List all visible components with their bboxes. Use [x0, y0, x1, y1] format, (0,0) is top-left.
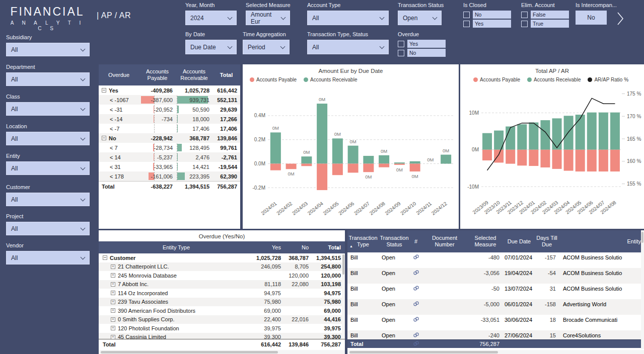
bar-accounts-payable[interactable]	[540, 150, 550, 167]
table-row[interactable]: < 14-5,2372,476-2,761	[99, 152, 240, 162]
filter-dropdown[interactable]: All	[6, 193, 90, 206]
bar-accounts-payable[interactable]	[317, 164, 327, 191]
filter-dropdown[interactable]: Period	[243, 40, 290, 54]
bar-accounts-receivable[interactable]	[410, 161, 420, 164]
bar-accounts-payable[interactable]	[348, 164, 359, 173]
table-row[interactable]: < -717,40617,406	[99, 124, 240, 133]
bar-accounts-receivable[interactable]	[379, 155, 389, 164]
filter-dropdown[interactable]: All	[6, 132, 90, 145]
bar-accounts-payable[interactable]	[576, 150, 585, 171]
bar-accounts-payable[interactable]	[363, 164, 374, 172]
table-row[interactable]: BillOpen-48007/01/2024-157ACOM Business …	[347, 252, 644, 268]
bar-accounts-payable[interactable]	[482, 150, 492, 160]
link-icon[interactable]	[410, 252, 422, 260]
bar-accounts-receivable[interactable]	[610, 113, 620, 150]
column-header[interactable]: Overdue	[99, 72, 139, 78]
column-header-transaction-type[interactable]: Transaction Type▲	[347, 234, 379, 249]
table-row[interactable]: < -31-20,95250,59029,639	[99, 105, 240, 114]
option-label[interactable]: Yes	[473, 20, 511, 28]
expand-icon[interactable]: +	[111, 317, 115, 322]
bar-accounts-receivable[interactable]	[552, 118, 562, 149]
link-icon[interactable]	[410, 340, 422, 348]
expand-icon[interactable]: +	[111, 335, 115, 339]
vertical-scrollbar[interactable]	[641, 230, 644, 349]
column-header-days-till-due[interactable]: Days Till Due	[535, 234, 559, 249]
table-row[interactable]: BillOpen-5013/07/202431ACOM Business Sol…	[347, 284, 644, 299]
bar-accounts-receivable[interactable]	[348, 146, 359, 164]
checkbox-no[interactable]	[398, 50, 404, 56]
expand-icon[interactable]: +	[111, 291, 115, 295]
table-row[interactable]: < 178-161,006223,39562,390	[99, 171, 240, 181]
table-row[interactable]: < 31-33,96514,421-19,544	[99, 162, 240, 171]
table-row[interactable]: −Yes-409,2861,025,728616,442	[99, 85, 240, 95]
bar-accounts-payable[interactable]	[529, 150, 538, 166]
column-header[interactable]: Accounts Payable	[139, 68, 176, 81]
table-row[interactable]: BillOpen-24027/06/202415Core4Solutions	[347, 330, 644, 339]
column-header-selected-measure[interactable]: Selected Measure	[467, 234, 504, 249]
bar-accounts-receivable[interactable]	[587, 113, 597, 150]
bar-accounts-payable[interactable]	[610, 150, 620, 171]
link-icon[interactable]	[410, 268, 422, 276]
bar-accounts-receivable[interactable]	[441, 155, 451, 164]
bar-accounts-receivable[interactable]	[540, 120, 550, 150]
bar-accounts-receivable[interactable]	[529, 122, 538, 149]
filter-dropdown[interactable]: All	[6, 161, 90, 175]
column-header-no[interactable]: No	[285, 244, 313, 250]
bar-accounts-payable[interactable]	[552, 150, 562, 169]
filter-dropdown[interactable]: All	[6, 102, 90, 116]
bar-accounts-receivable[interactable]	[301, 156, 312, 163]
bar-accounts-receivable[interactable]	[270, 132, 281, 163]
filter-dropdown[interactable]: Open	[398, 11, 442, 25]
option-label[interactable]: No	[473, 11, 511, 19]
column-header[interactable]: Accounts Receivable	[176, 68, 212, 81]
table-row[interactable]: +21 Chatterpoint LLC.246,0958,705254,800	[99, 262, 345, 272]
table-row[interactable]: Total-638,2271,394,515756,287	[99, 181, 240, 191]
table-row[interactable]: +114 Oz Incorporated94,97594,975	[99, 289, 345, 298]
expand-icon[interactable]: +	[111, 326, 115, 330]
bar-accounts-payable[interactable]	[494, 150, 504, 163]
table-row[interactable]: BillOpen-33,05130/06/202418Brocade Commu…	[347, 315, 644, 330]
bar-accounts-receivable[interactable]	[564, 116, 574, 150]
filter-dropdown[interactable]: All	[307, 40, 389, 54]
column-header-yes[interactable]: Yes	[254, 244, 285, 250]
table-row[interactable]: BillOpen-3,05619/04/2024-54ACOM Business…	[347, 268, 644, 284]
column-header[interactable]: Total	[212, 72, 240, 78]
table-row[interactable]: +7 Abbott Inc.81,11822,080103,198	[99, 280, 345, 289]
amount-by-due-date-chart[interactable]: 0.4M0.2M0.0M-0.2M0M2024/010M2024/020M202…	[243, 83, 459, 226]
bar-accounts-receivable[interactable]	[482, 133, 492, 150]
expand-icon[interactable]: +	[111, 273, 115, 278]
vertical-scrollbar[interactable]	[342, 253, 345, 339]
checkbox-yes[interactable]	[398, 41, 404, 47]
filter-dropdown[interactable]: All	[6, 43, 90, 56]
table-row[interactable]: +245 Monrovia Database120,000120,000	[99, 271, 345, 280]
table-row[interactable]: −Customer1,025,728368,7871,394,515	[99, 253, 345, 262]
filter-dropdown[interactable]: All	[6, 72, 90, 86]
checkbox-true[interactable]	[521, 21, 528, 27]
bar-accounts-payable[interactable]	[301, 164, 312, 166]
table-row[interactable]: BillOpen-5,00006/01/2024-158Advertising …	[347, 299, 644, 315]
table-row[interactable]: < -1067-387,600939,731552,131	[99, 95, 240, 105]
horizontal-scrollbar[interactable]	[347, 350, 644, 354]
bar-accounts-receivable[interactable]	[394, 162, 405, 163]
bar-accounts-payable[interactable]	[599, 150, 608, 171]
table-row[interactable]: +120 Photolist Foundation39,97539,975	[99, 324, 345, 333]
bar-accounts-receivable[interactable]	[576, 115, 585, 150]
bar-accounts-payable[interactable]	[517, 150, 527, 166]
table-row[interactable]: +239 Tavu Associates75,98075,980	[99, 298, 345, 307]
collapse-icon[interactable]: −	[102, 136, 106, 140]
checkbox-false[interactable]	[521, 12, 528, 18]
filter-dropdown[interactable]: Amount Eur	[246, 11, 290, 25]
scrollbar-thumb[interactable]	[342, 254, 344, 275]
bar-accounts-receivable[interactable]	[363, 156, 374, 164]
filter-button[interactable]: No	[576, 11, 607, 25]
collapse-icon[interactable]: −	[102, 88, 106, 93]
link-icon[interactable]	[410, 299, 422, 307]
bar-accounts-receivable[interactable]	[317, 104, 327, 163]
next-page-chevron-icon[interactable]	[616, 11, 624, 28]
checkbox-no[interactable]	[463, 12, 470, 18]
link-icon[interactable]	[410, 315, 422, 323]
column-header-entity-type[interactable]: Entity Type	[99, 244, 254, 250]
table-row[interactable]: −No-228,942368,787139,846	[99, 133, 240, 143]
expand-icon[interactable]: +	[111, 264, 115, 269]
collapse-icon[interactable]: −	[103, 255, 107, 260]
